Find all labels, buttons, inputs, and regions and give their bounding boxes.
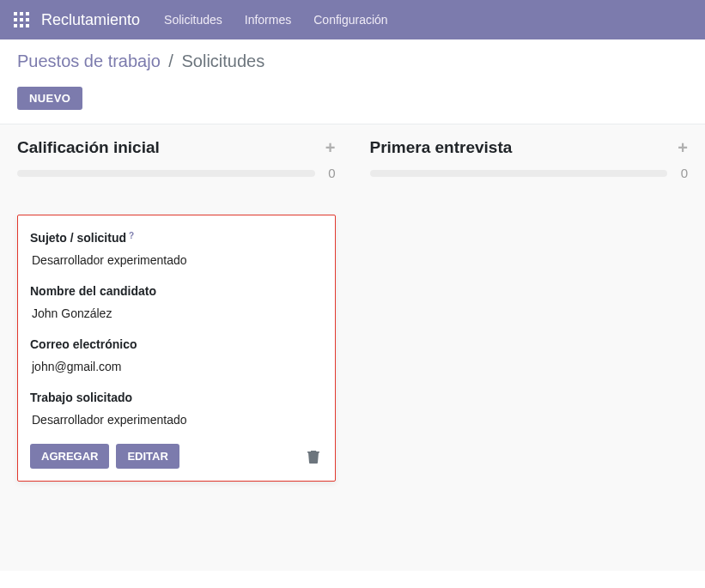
quick-create-card: Sujeto / solicitud ? Desarrollador exper…: [17, 215, 336, 482]
kanban-board: Calificación inicial + 0 Sujeto / solici…: [0, 124, 705, 571]
svg-rect-3: [14, 18, 17, 21]
column-progress: 0: [370, 166, 689, 180]
kanban-column-first-interview: Primera entrevista + 0: [370, 138, 689, 536]
field-job: Trabajo solicitado Desarrollador experim…: [30, 391, 323, 427]
field-label-candidate: Nombre del candidato: [30, 284, 323, 298]
column-progress: 0: [17, 166, 336, 180]
breadcrumb-root[interactable]: Puestos de trabajo: [17, 52, 161, 70]
svg-rect-7: [20, 24, 23, 27]
svg-rect-8: [26, 24, 29, 27]
column-title: Primera entrevista: [370, 138, 513, 157]
breadcrumb-separator: /: [168, 52, 173, 70]
column-header: Calificación inicial +: [17, 138, 336, 157]
column-count: 0: [676, 166, 688, 180]
field-email: Correo electrónico john@gmail.com: [30, 337, 323, 373]
nav-item-informes[interactable]: Informes: [245, 13, 291, 27]
help-icon[interactable]: ?: [129, 231, 134, 240]
progress-bar: [370, 170, 668, 177]
label-text: Nombre del candidato: [30, 284, 156, 298]
svg-rect-6: [14, 24, 17, 27]
field-label-email: Correo electrónico: [30, 337, 323, 351]
column-header: Primera entrevista +: [370, 138, 689, 157]
field-value-email[interactable]: john@gmail.com: [30, 360, 323, 373]
app-brand[interactable]: Reclutamiento: [41, 11, 140, 29]
label-text: Correo electrónico: [30, 337, 137, 351]
edit-button[interactable]: EDITAR: [116, 444, 179, 469]
svg-rect-9: [307, 452, 319, 453]
svg-rect-5: [26, 18, 29, 21]
field-candidate: Nombre del candidato John González: [30, 284, 323, 320]
field-label-subject: Sujeto / solicitud ?: [30, 231, 323, 245]
svg-rect-1: [20, 12, 23, 15]
column-title: Calificación inicial: [17, 138, 160, 157]
column-count: 0: [324, 166, 336, 180]
field-value-subject[interactable]: Desarrollador experimentado: [30, 253, 323, 267]
column-add-icon[interactable]: +: [678, 139, 688, 156]
field-value-candidate[interactable]: John González: [30, 306, 323, 320]
label-text: Trabajo solicitado: [30, 391, 132, 404]
field-subject: Sujeto / solicitud ? Desarrollador exper…: [30, 231, 323, 267]
card-actions: AGREGAR EDITAR: [30, 444, 323, 469]
top-nav: Reclutamiento Solicitudes Informes Confi…: [0, 0, 705, 39]
breadcrumb: Puestos de trabajo / Solicitudes: [17, 52, 688, 71]
page-header: Puestos de trabajo / Solicitudes NUEVO: [0, 39, 705, 124]
add-button[interactable]: AGREGAR: [30, 444, 109, 469]
field-value-job[interactable]: Desarrollador experimentado: [30, 413, 323, 427]
breadcrumb-current: Solicitudes: [181, 52, 264, 70]
nav-item-configuracion[interactable]: Configuración: [313, 13, 387, 27]
apps-icon[interactable]: [14, 12, 29, 27]
column-add-icon[interactable]: +: [325, 139, 336, 156]
trash-icon[interactable]: [304, 446, 323, 467]
kanban-column-initial-qualification: Calificación inicial + 0 Sujeto / solici…: [17, 138, 336, 536]
new-button[interactable]: NUEVO: [17, 87, 82, 110]
progress-bar: [17, 170, 315, 177]
field-label-job: Trabajo solicitado: [30, 391, 323, 404]
svg-rect-4: [20, 18, 23, 21]
svg-rect-0: [14, 12, 17, 15]
nav-item-solicitudes[interactable]: Solicitudes: [164, 13, 222, 27]
label-text: Sujeto / solicitud: [30, 231, 126, 245]
svg-rect-2: [26, 12, 29, 15]
